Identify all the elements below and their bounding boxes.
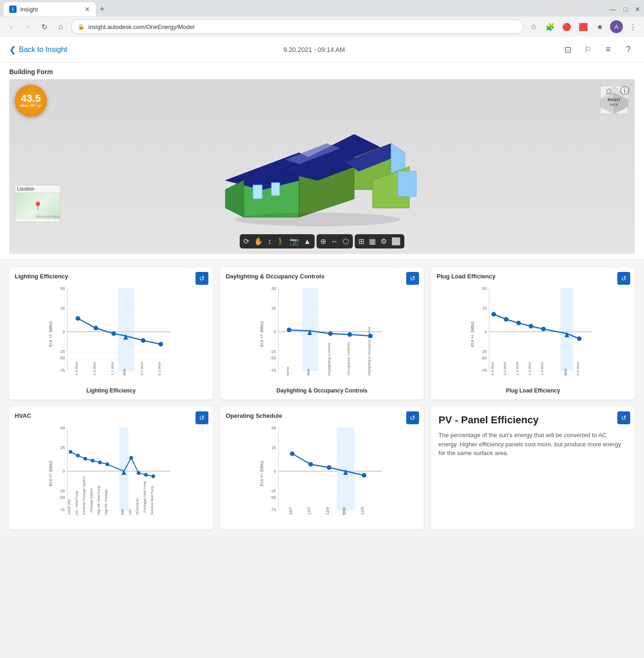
svg-text:VAV: VAV	[128, 509, 132, 515]
profile-button[interactable]: A	[610, 20, 623, 33]
window-minimize-button[interactable]: —	[610, 6, 616, 13]
forward-nav-button[interactable]: ›	[21, 20, 34, 33]
svg-text:ASHP VAV: ASHP VAV	[68, 499, 71, 515]
window-close-button[interactable]: ✕	[635, 6, 640, 13]
back-chevron-icon: ❮	[9, 45, 16, 55]
svg-point-39	[75, 316, 80, 321]
svg-text:25: 25	[483, 306, 487, 311]
hvac-refresh-button[interactable]: ↺	[196, 411, 208, 424]
svg-text:EUI +/- (kBtu): EUI +/- (kBtu)	[48, 322, 53, 347]
svg-text:BIM: BIM	[121, 509, 124, 515]
flag-icon[interactable]: ⚐	[581, 43, 594, 56]
svg-text:1.3 W/sf: 1.3 W/sf	[528, 362, 532, 375]
walk-tool-button[interactable]: 🚶	[276, 237, 285, 246]
svg-text:Occupancy Controls: Occupancy Controls	[346, 342, 351, 375]
layers-icon[interactable]: ≡	[602, 43, 615, 56]
svg-point-112	[76, 454, 80, 457]
plug-load-chart-area: 50 25 0 -25 -50 -75 2.6 W/sf 2.0 W/sf 1.…	[437, 283, 629, 385]
svg-rect-131	[337, 427, 354, 510]
info-button[interactable]: ⓘ	[620, 85, 629, 97]
svg-text:0: 0	[63, 469, 65, 473]
plug-load-refresh-button[interactable]: ↺	[617, 272, 630, 285]
svg-point-114	[91, 459, 94, 462]
fit-view-tool-button[interactable]: ▲	[304, 237, 311, 246]
svg-point-118	[129, 456, 133, 460]
browser-toolbar: ‹ › ↻ ⌂ 🔒 insight.autodesk.com/OneEnergy…	[0, 17, 644, 37]
pv-card-title: PV - Panel Efficiency	[438, 414, 627, 426]
svg-text:24/7: 24/7	[288, 507, 293, 515]
fullscreen-tool-button[interactable]: ⬜	[391, 237, 401, 246]
extensions-icon[interactable]: 🧩	[544, 20, 557, 33]
svg-point-139	[327, 465, 331, 470]
properties-tool-button[interactable]: ▦	[369, 237, 376, 246]
building-3d-svg	[207, 98, 437, 236]
location-label: Location	[15, 185, 60, 193]
home-nav-button[interactable]: ⌂	[54, 20, 67, 33]
window-controls: — □ ✕	[610, 6, 640, 13]
svg-text:-75: -75	[270, 368, 276, 373]
svg-rect-55	[302, 288, 318, 371]
svg-rect-32	[118, 288, 134, 371]
address-bar[interactable]: 🔒 insight.autodesk.com/OneEnergy/Model	[71, 19, 523, 34]
svg-text:1.9 W/sf: 1.9 W/sf	[75, 362, 79, 375]
daylighting-refresh-button[interactable]: ↺	[406, 272, 419, 285]
help-icon[interactable]: ?	[622, 43, 635, 56]
browser-ext3-icon[interactable]: ★	[593, 20, 606, 33]
svg-text:High Eff. Package: High Eff. Package	[104, 489, 108, 515]
browser-ext2-icon[interactable]: 🟥	[577, 20, 590, 33]
camera-tool-button[interactable]: 📷	[290, 237, 299, 246]
compare-icon[interactable]: ⊡	[561, 43, 574, 56]
charts-row-2: HVAC ↺ 50 25 0 -25 -50 -75	[9, 407, 635, 530]
svg-text:-75: -75	[59, 368, 65, 373]
svg-point-85	[517, 321, 521, 325]
svg-marker-2	[225, 180, 244, 217]
measure-tool-button[interactable]: ↔	[331, 237, 338, 246]
svg-text:1.1 W/sf: 1.1 W/sf	[110, 362, 115, 375]
svg-text:BIM: BIM	[306, 369, 310, 375]
svg-text:Terminal Heat Pump: Terminal Heat Pump	[150, 485, 154, 515]
browser-ext1-icon[interactable]: 🔴	[560, 20, 573, 33]
settings-tool-button[interactable]: ⚙	[380, 237, 387, 246]
explode-tool-button[interactable]: ⬡	[343, 237, 349, 246]
operating-schedule-refresh-button[interactable]: ↺	[406, 411, 419, 424]
svg-point-83	[492, 312, 496, 317]
svg-point-137	[290, 451, 294, 456]
svg-point-65	[368, 334, 373, 338]
svg-text:-50: -50	[59, 495, 65, 500]
daylighting-chart-svg: 50 25 0 -25 -50 -75 None BIM Daylighting…	[226, 283, 419, 385]
new-tab-button[interactable]: +	[96, 3, 109, 16]
back-label: Back to Insight	[19, 46, 67, 54]
eui-unit: kBtu / ft² / yr	[20, 104, 42, 108]
app-header: ❮ Back to Insight 9.20.2021 - 09:14 AM ⊡…	[0, 37, 644, 63]
back-nav-button[interactable]: ‹	[5, 20, 17, 33]
orbit-tool-button[interactable]: ⟳	[243, 237, 249, 246]
location-map[interactable]: Location 📍 Microsoft Bing	[15, 185, 61, 222]
home-view-button[interactable]: ⌂	[606, 85, 612, 97]
window-maximize-button[interactable]: □	[624, 6, 627, 13]
svg-point-120	[144, 473, 148, 477]
svg-text:25: 25	[271, 306, 276, 311]
browser-tab[interactable]: I Insight ✕	[4, 2, 96, 16]
eui-badge: 43.5 kBtu / ft² / yr	[15, 85, 47, 117]
tab-close-button[interactable]: ✕	[85, 6, 90, 13]
zoom-tool-button[interactable]: ↕	[268, 237, 271, 246]
back-to-insight-button[interactable]: ❮ Back to Insight	[9, 45, 67, 55]
section-tool-button[interactable]: ⊕	[320, 237, 326, 246]
grid-tool-button[interactable]: ⊞	[358, 237, 364, 246]
pv-refresh-button[interactable]: ↺	[617, 411, 630, 424]
refresh-nav-button[interactable]: ↻	[38, 20, 51, 33]
browser-menu-icon[interactable]: ⋮	[627, 20, 639, 33]
pan-tool-button[interactable]: ✋	[254, 237, 263, 246]
svg-text:12/6: 12/6	[325, 507, 330, 515]
lighting-refresh-button[interactable]: ↺	[196, 272, 208, 285]
lighting-chart-footer: Lighting Efficiency	[15, 387, 207, 394]
app-container: ❮ Back to Insight 9.20.2021 - 09:14 AM ⊡…	[0, 37, 644, 537]
svg-text:50: 50	[483, 286, 487, 291]
viewer-container[interactable]: 43.5 kBtu / ft² / yr	[9, 79, 635, 254]
svg-point-40	[93, 326, 98, 330]
bookmark-star-icon[interactable]: ☆	[527, 20, 540, 33]
svg-point-87	[541, 327, 546, 331]
svg-point-116	[105, 462, 109, 466]
viewer-3d-area[interactable]	[9, 79, 635, 254]
svg-text:0.7 W/sf: 0.7 W/sf	[140, 362, 144, 375]
